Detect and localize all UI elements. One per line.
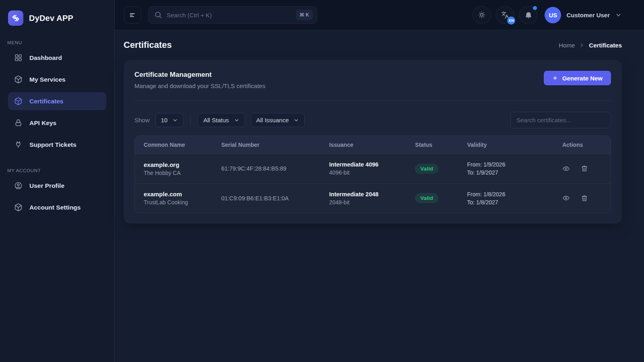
certificate-management-card: Certificate Management Manage and downlo… <box>124 60 622 224</box>
cert-serial: 01:C9:09:B6:E1:B3:E1:0A <box>217 189 324 208</box>
sidebar-item-user-profile[interactable]: User Profile <box>8 177 106 195</box>
sidebar-item-dashboard[interactable]: Dashboard <box>8 49 106 67</box>
chevron-right-icon <box>579 42 585 48</box>
search-shortcut-hint: ⌘ K <box>296 10 313 20</box>
generate-new-label: Generate New <box>562 75 603 82</box>
page-size-value: 10 <box>161 117 168 123</box>
sidebar-section-label-my-account: MY ACCOUNT <box>0 168 114 173</box>
topbar: ⌘ K EN <box>115 0 644 30</box>
search-input[interactable] <box>167 12 291 19</box>
sidebar-item-account-settings[interactable]: Account Settings <box>8 198 106 216</box>
status-filter-value: All Status <box>203 117 229 123</box>
delete-certificate-button[interactable] <box>581 195 588 202</box>
table-row: example.org The Hobby CA 61:79:9C:4F:28:… <box>135 154 611 183</box>
certificates-search <box>510 112 611 128</box>
cert-serial: 61:79:9C:4F:28:84:B5:89 <box>217 159 324 178</box>
issuance-filter-select[interactable]: All Issuance <box>251 113 305 127</box>
cube-icon <box>14 75 23 84</box>
table-row: example.com TrustLab Cooking 01:C9:09:B6… <box>135 183 611 213</box>
cert-issuance: Intermediate 2048 <box>329 191 406 197</box>
app-logo[interactable]: DyDev APP <box>0 10 114 26</box>
user-menu[interactable]: US Customer User <box>545 7 622 23</box>
sidebar-item-label: Certificates <box>29 98 63 105</box>
certificates-table: Common Name Serial Number Issuance Statu… <box>134 136 611 213</box>
sidebar-toggle-button[interactable] <box>124 6 141 24</box>
cert-issuance: Intermediate 4096 <box>329 161 406 168</box>
issuance-filter-value: All Issuance <box>256 117 289 123</box>
certificates-search-input[interactable] <box>516 117 605 123</box>
cert-valid-to: To: 1/8/2027 <box>467 198 552 206</box>
card-title: Certificate Management <box>134 71 265 79</box>
column-header-validity: Validity <box>462 136 557 154</box>
grid-icon <box>14 53 23 62</box>
main-column: ⌘ K EN <box>115 0 644 362</box>
sidebar-item-label: Support Tickets <box>29 141 76 148</box>
card-subtitle: Manage and download your SSL/TLS certifi… <box>134 82 265 89</box>
global-search: ⌘ K <box>148 6 317 24</box>
cert-common-name: example.com <box>144 191 212 197</box>
generate-new-button[interactable]: Generate New <box>544 71 611 85</box>
column-header-common-name: Common Name <box>135 136 217 154</box>
plus-icon <box>552 75 558 81</box>
sidebar-item-label: Account Settings <box>29 204 80 211</box>
status-filter-select[interactable]: All Status <box>198 113 245 127</box>
sidebar-item-api-keys[interactable]: API Keys <box>8 114 106 132</box>
cert-common-name: example.org <box>144 161 212 168</box>
notifications-button[interactable] <box>519 6 537 24</box>
table-filters: Show 10 All Status All Issuance <box>134 112 611 128</box>
cert-issuer: The Hobby CA <box>144 170 212 176</box>
chevron-down-icon <box>172 117 178 123</box>
page-title: Certificates <box>124 40 172 50</box>
cube-icon <box>14 203 23 212</box>
theme-toggle-button[interactable] <box>473 6 491 24</box>
app-name: DyDev APP <box>29 14 73 23</box>
cert-valid-to: To: 1/9/2027 <box>467 169 552 177</box>
user-name: Customer User <box>566 12 610 19</box>
bell-icon <box>524 11 533 19</box>
sun-icon <box>478 11 486 19</box>
status-badge: Valid <box>415 164 438 174</box>
eye-icon <box>562 194 570 202</box>
cert-key-size: 2048-bit <box>329 199 406 206</box>
table-header-row: Common Name Serial Number Issuance Statu… <box>135 136 611 154</box>
trash-icon <box>581 165 588 172</box>
sidebar-item-support-tickets[interactable]: Support Tickets <box>8 136 106 154</box>
chevron-down-icon <box>615 12 622 19</box>
sidebar-item-my-services[interactable]: My Services <box>8 70 106 88</box>
language-switcher-button[interactable]: EN <box>496 6 514 24</box>
delete-certificate-button[interactable] <box>581 165 588 172</box>
view-certificate-button[interactable] <box>562 165 570 173</box>
sidebar-item-label: User Profile <box>29 182 64 189</box>
avatar: US <box>545 7 561 23</box>
breadcrumb-current: Certificates <box>589 42 622 49</box>
sidebar-item-certificates[interactable]: Certificates <box>8 92 106 110</box>
view-certificate-button[interactable] <box>562 194 570 202</box>
cert-key-size: 4096-bit <box>329 169 406 176</box>
chevron-down-icon <box>293 117 299 123</box>
filters-divider <box>190 115 191 125</box>
column-header-actions: Actions <box>557 136 611 154</box>
breadcrumb-home-link[interactable]: Home <box>559 42 575 49</box>
column-header-issuance: Issuance <box>324 136 411 154</box>
cert-valid-from: From: 1/9/2026 <box>467 160 552 169</box>
page-size-select[interactable]: 10 <box>155 113 184 127</box>
breadcrumb: Home Certificates <box>559 42 622 49</box>
sidebar-item-label: Dashboard <box>29 54 62 62</box>
eye-icon <box>562 165 570 173</box>
sidebar-item-label: My Services <box>29 76 66 83</box>
sidebar-item-label: API Keys <box>29 119 56 127</box>
cert-issuer: TrustLab Cooking <box>144 199 212 206</box>
trash-icon <box>581 195 588 202</box>
cube-icon <box>14 97 23 105</box>
status-badge: Valid <box>415 193 438 203</box>
column-header-status: Status <box>410 136 462 154</box>
user-circle-icon <box>14 181 23 190</box>
lock-icon <box>14 119 23 127</box>
chevron-down-icon <box>234 117 239 123</box>
card-divider <box>134 101 611 101</box>
column-header-serial-number: Serial Number <box>217 136 324 154</box>
search-icon <box>154 11 162 19</box>
plug-icon <box>14 140 23 149</box>
sidebar-section-label-menu: MENU <box>0 40 114 45</box>
content-area: Certificates Home Certificates Certifica… <box>115 30 644 362</box>
